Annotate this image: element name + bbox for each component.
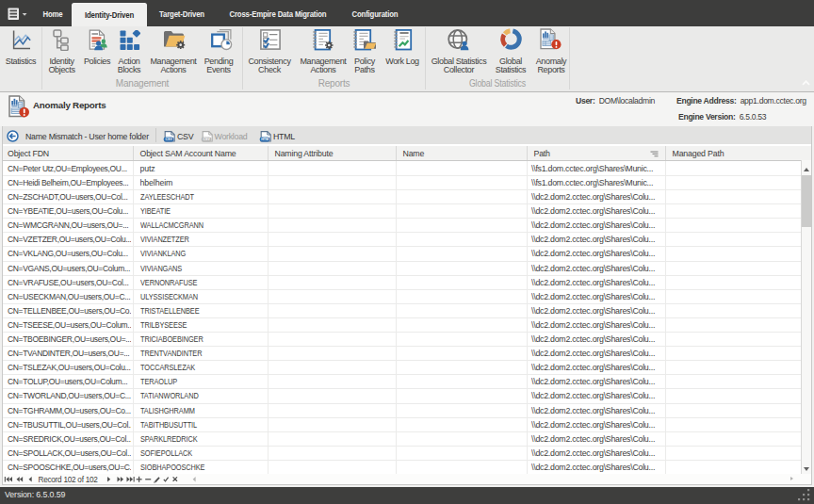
svg-text:CSV: CSV (165, 138, 172, 141)
svg-text:HTM: HTM (261, 138, 269, 141)
svg-text:CSV: CSV (203, 138, 210, 141)
